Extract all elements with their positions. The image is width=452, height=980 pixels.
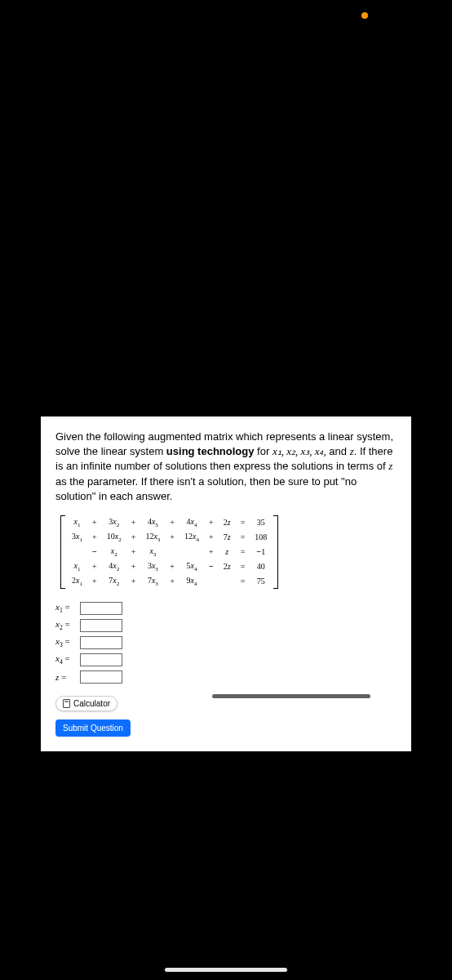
matrix-cell: 12x4 (179, 530, 204, 545)
matrix-cell: x3 (140, 545, 165, 559)
matrix-cell: = (236, 515, 250, 530)
matrix-cell: z (219, 545, 236, 559)
calculator-button[interactable]: Calculator (55, 696, 117, 711)
matrix-cell: + (126, 574, 141, 589)
matrix-cell: 2z (219, 515, 236, 530)
answer-label: x2 = (55, 619, 80, 631)
answer-row: x3 = (55, 636, 397, 649)
matrix-cell: 40 (250, 559, 272, 574)
matrix-cell: + (126, 515, 141, 530)
matrix-cell: = (236, 559, 250, 574)
matrix-table: x1+3x2+4x3+4x4+2z=353x1+10x2+12x3+12x4+7… (67, 515, 272, 589)
matrix-cell: 35 (250, 515, 272, 530)
answer-label: x4 = (55, 653, 80, 666)
matrix-cell: + (165, 574, 179, 589)
matrix-cell: + (165, 515, 179, 530)
matrix-cell: + (165, 530, 179, 545)
text: and (326, 445, 350, 457)
status-bar (0, 0, 452, 33)
matrix-cell: + (87, 530, 102, 545)
answer-row: x4 = (55, 653, 397, 666)
matrix-cell: + (204, 545, 219, 559)
matrix-cell: x1 (67, 515, 87, 530)
matrix-cell: x1 (67, 559, 87, 574)
answer-input[interactable] (80, 602, 122, 615)
matrix-cell: 108 (250, 530, 272, 545)
matrix-cell: + (165, 559, 179, 574)
submit-button[interactable]: Submit Question (55, 719, 131, 737)
matrix-cell: 4x4 (179, 515, 204, 530)
matrix-cell: + (87, 515, 102, 530)
horizontal-scrollbar[interactable] (212, 694, 370, 698)
matrix-cell: + (126, 530, 141, 545)
matrix-cell: −1 (250, 545, 272, 559)
matrix-cell: + (126, 545, 141, 559)
matrix-cell: 3x1 (67, 530, 87, 545)
matrix-cell (67, 545, 87, 559)
matrix-cell: 9x4 (179, 574, 204, 589)
matrix-cell: + (204, 530, 219, 545)
matrix-cell: − (204, 559, 219, 574)
problem-instructions: Given the following augmented matrix whi… (55, 430, 397, 504)
recording-indicator-icon (361, 12, 368, 19)
answer-input[interactable] (80, 670, 122, 684)
matrix-cell (165, 545, 179, 559)
calculator-label: Calculator (73, 699, 110, 708)
home-indicator[interactable] (165, 968, 287, 972)
matrix-cell: 2x1 (67, 574, 87, 589)
answer-label: x3 = (55, 636, 80, 648)
matrix-cell (219, 574, 236, 589)
matrix-cell: 4x3 (140, 515, 165, 530)
matrix-cell: = (236, 574, 250, 589)
matrix-cell: 12x3 (140, 530, 165, 545)
variable-z: z (388, 460, 392, 472)
text-bold: using technology (166, 445, 255, 457)
matrix-cell: 3x2 (102, 515, 126, 530)
answer-label: z = (55, 672, 80, 682)
answers-block: x1 =x2 =x3 =x4 =z = (55, 602, 397, 684)
augmented-matrix: x1+3x2+4x3+4x4+2z=353x1+10x2+12x3+12x4+7… (55, 515, 397, 589)
table-row: x1+3x2+4x3+4x4+2z=35 (67, 515, 272, 530)
matrix-cell: = (236, 530, 250, 545)
matrix-cell: 7x2 (102, 574, 126, 589)
matrix-cell (204, 574, 219, 589)
question-card: Given the following augmented matrix whi… (41, 416, 411, 751)
matrix-cell: + (87, 559, 102, 574)
matrix-cell: 4x2 (102, 559, 126, 574)
matrix-cell (179, 545, 204, 559)
table-row: x1+4x2+3x3+5x4−2z=40 (67, 559, 272, 574)
text: as the parameter. If there isn't a solut… (55, 475, 357, 502)
matrix-cell: + (126, 559, 141, 574)
matrix-cell: 7z (219, 530, 236, 545)
matrix-cell: 7x3 (140, 574, 165, 589)
matrix-cell: + (204, 515, 219, 530)
matrix-cell: 2z (219, 559, 236, 574)
answer-row: x1 = (55, 602, 397, 615)
variables: x₁, x₂, x₃, x₄, (273, 445, 326, 457)
answer-row: x2 = (55, 619, 397, 632)
matrix-cell: 5x4 (179, 559, 204, 574)
answer-input[interactable] (80, 653, 122, 666)
table-row: −x2+x3+z=−1 (67, 545, 272, 559)
matrix-cell: = (236, 545, 250, 559)
answer-label: x1 = (55, 602, 80, 614)
answer-input[interactable] (80, 619, 122, 632)
answer-input[interactable] (80, 636, 122, 649)
matrix-cell: + (87, 574, 102, 589)
matrix-cell: 10x2 (102, 530, 126, 545)
text: for (254, 445, 272, 457)
matrix-cell: x2 (102, 545, 126, 559)
answer-row: z = (55, 670, 397, 684)
table-row: 3x1+10x2+12x3+12x4+7z=108 (67, 530, 272, 545)
bracket-right-icon (272, 515, 278, 589)
matrix-cell: 75 (250, 574, 272, 589)
table-row: 2x1+7x2+7x3+9x4=75 (67, 574, 272, 589)
matrix-cell: − (87, 545, 102, 559)
bracket-left-icon (60, 515, 67, 589)
calculator-icon (63, 699, 70, 708)
matrix-cell: 3x3 (140, 559, 165, 574)
